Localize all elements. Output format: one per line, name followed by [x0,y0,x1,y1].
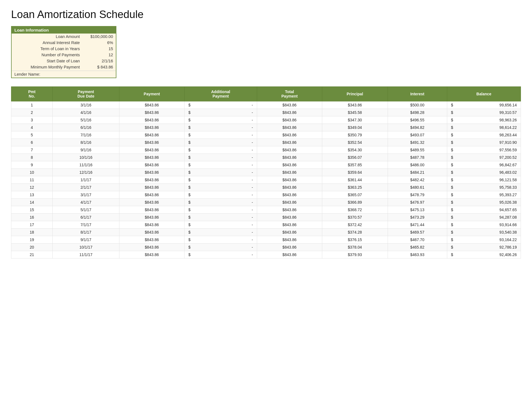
total-payment: $843.86 [257,251,322,259]
payment-amount: $843.86 [119,214,185,221]
payment-date: 11/1/16 [52,161,119,169]
additional-payment: $- [184,116,257,124]
additional-payment: $- [184,161,257,169]
additional-payment: $- [184,191,257,199]
loan-info-field-value: $ 843.86 [85,65,113,69]
payment-date: 9/1/16 [52,146,119,154]
total-payment: $843.86 [257,199,322,206]
table-row: 810/1/16$843.86$-$843.86$356.07$487.78$9… [11,154,521,161]
loan-info-header: Loan Information [12,27,116,34]
table-row: 911/1/16$843.86$-$843.86$357.85$486.00$9… [11,161,521,169]
pmt-number: 19 [11,236,53,244]
balance: $97,910.90 [447,139,521,146]
table-row: 144/1/17$843.86$-$843.86$366.89$476.97$9… [11,199,521,206]
total-payment: $843.86 [257,139,322,146]
balance: $98,963.26 [447,116,521,124]
table-column-header: Balance [447,87,521,101]
loan-info-row: Start Date of Loan2/1/16 [12,58,116,64]
table-row: 155/1/17$843.86$-$843.86$368.72$475.13$9… [11,206,521,214]
table-row: 24/1/16$843.86$-$843.86$345.58$498.28$99… [11,109,521,116]
pmt-number: 7 [11,146,53,154]
loan-info-field-label: Number of Payments [14,53,85,57]
interest: $482.42 [388,176,447,184]
principal: $343.86 [322,101,388,109]
pmt-number: 17 [11,221,53,229]
total-payment: $843.86 [257,154,322,161]
table-row: 2010/1/17$843.86$-$843.86$378.04$465.82$… [11,244,521,251]
table-row: 79/1/16$843.86$-$843.86$354.30$489.55$97… [11,146,521,154]
payment-amount: $843.86 [119,221,185,229]
total-payment: $843.86 [257,176,322,184]
principal: $368.72 [322,206,388,214]
payment-amount: $843.86 [119,109,185,116]
table-row: 1012/1/16$843.86$-$843.86$359.64$484.21$… [11,169,521,176]
page-title: Loan Amortization Schedule [11,8,521,21]
table-row: 122/1/17$843.86$-$843.86$363.25$480.61$9… [11,184,521,191]
loan-info-field-label: Minimum Monthly Payment [14,65,85,69]
payment-amount: $843.86 [119,124,185,131]
payment-date: 6/1/17 [52,214,119,221]
payment-date: 7/1/16 [52,131,119,139]
additional-payment: $- [184,124,257,131]
principal: $361.44 [322,176,388,184]
pmt-number: 12 [11,184,53,191]
pmt-number: 1 [11,101,53,109]
principal: $366.89 [322,199,388,206]
payment-date: 12/1/16 [52,169,119,176]
payment-amount: $843.86 [119,154,185,161]
payment-amount: $843.86 [119,131,185,139]
balance: $92,406.26 [447,251,521,259]
balance: $95,026.38 [447,199,521,206]
table-column-header: Principal [322,87,388,101]
table-column-header: PaymentDue Date [52,87,119,101]
payment-amount: $843.86 [119,184,185,191]
interest: $486.00 [388,161,447,169]
table-row: 35/1/16$843.86$-$843.86$347.30$496.55$98… [11,116,521,124]
payment-date: 1/1/17 [52,176,119,184]
amortization-table: PmtNo.PaymentDue DatePaymentAdditionalPa… [11,86,521,259]
loan-info-field-value: 6% [85,40,113,45]
table-row: 46/1/16$843.86$-$843.86$349.04$494.82$98… [11,124,521,131]
balance: $96,483.02 [447,169,521,176]
pmt-number: 5 [11,131,53,139]
loan-info-field-value: 12 [85,53,113,57]
payment-date: 9/1/17 [52,236,119,244]
interest: $489.55 [388,146,447,154]
principal: $372.42 [322,221,388,229]
balance: $95,393.27 [447,191,521,199]
balance: $93,164.22 [447,236,521,244]
payment-date: 4/1/16 [52,109,119,116]
additional-payment: $- [184,146,257,154]
total-payment: $843.86 [257,116,322,124]
lender-name-label: Lender Name: [14,72,40,76]
pmt-number: 15 [11,206,53,214]
total-payment: $843.86 [257,244,322,251]
table-row: 199/1/17$843.86$-$843.86$376.15$467.70$9… [11,236,521,244]
balance: $96,121.58 [447,176,521,184]
interest: $500.00 [388,101,447,109]
table-row: 2111/1/17$843.86$-$843.86$379.93$463.93$… [11,251,521,259]
additional-payment: $- [184,101,257,109]
total-payment: $843.86 [257,146,322,154]
loan-info-section: Loan Information Loan Amount$100,000.00A… [11,26,116,78]
additional-payment: $- [184,251,257,259]
interest: $496.55 [388,116,447,124]
additional-payment: $- [184,199,257,206]
balance: $94,657.65 [447,206,521,214]
interest: $498.28 [388,109,447,116]
principal: $363.25 [322,184,388,191]
table-row: 177/1/17$843.86$-$843.86$372.42$471.44$9… [11,221,521,229]
payment-date: 5/1/16 [52,116,119,124]
interest: $463.93 [388,251,447,259]
loan-info-field-label: Start Date of Loan [14,59,85,63]
table-row: 111/1/17$843.86$-$843.86$361.44$482.42$9… [11,176,521,184]
total-payment: $843.86 [257,131,322,139]
pmt-number: 6 [11,139,53,146]
payment-amount: $843.86 [119,176,185,184]
additional-payment: $- [184,184,257,191]
table-row: 166/1/17$843.86$-$843.86$370.57$473.29$9… [11,214,521,221]
additional-payment: $- [184,214,257,221]
payment-amount: $843.86 [119,244,185,251]
payment-amount: $843.86 [119,206,185,214]
loan-info-row: Number of Payments12 [12,52,116,58]
